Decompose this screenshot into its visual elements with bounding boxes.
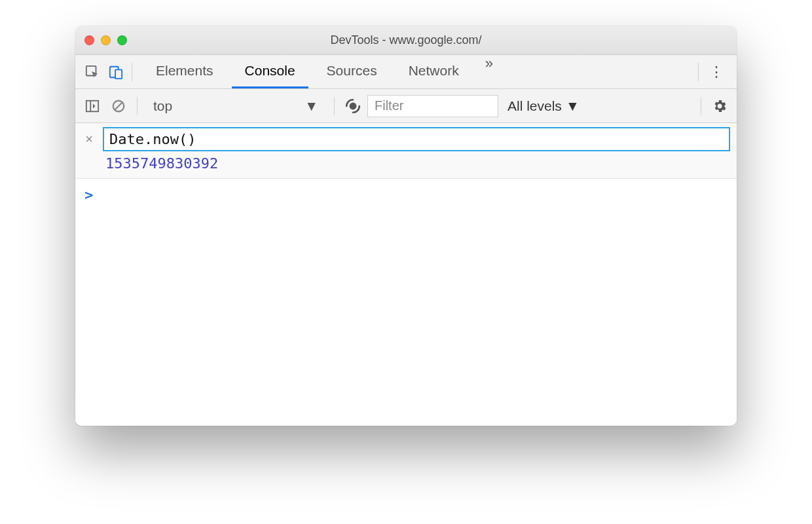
tab-network[interactable]: Network bbox=[396, 55, 472, 88]
levels-label: All levels bbox=[507, 98, 562, 114]
close-window-button[interactable] bbox=[84, 35, 94, 45]
device-toolbar-icon[interactable] bbox=[104, 60, 128, 84]
traffic-lights bbox=[84, 35, 127, 45]
remove-expression-icon[interactable]: × bbox=[82, 127, 96, 151]
chevron-down-icon: ▼ bbox=[304, 98, 318, 114]
log-levels-selector[interactable]: All levels ▼ bbox=[501, 98, 586, 114]
divider bbox=[701, 97, 701, 115]
divider bbox=[137, 97, 138, 115]
toggle-drawer-icon[interactable] bbox=[81, 94, 104, 118]
chevron-down-icon: ▼ bbox=[566, 98, 580, 114]
devtools-window: DevTools - www.google.com/ Elements Cons… bbox=[75, 26, 737, 426]
tabs: Elements Console Sources Network » bbox=[143, 55, 501, 88]
maximize-window-button[interactable] bbox=[117, 35, 127, 45]
console-toolbar: top ▼ All levels ▼ bbox=[75, 89, 737, 123]
divider bbox=[132, 63, 132, 81]
console-body: × 1535749830392 > bbox=[75, 123, 737, 426]
svg-rect-2 bbox=[115, 69, 122, 79]
filter-input[interactable] bbox=[367, 95, 498, 117]
svg-rect-3 bbox=[86, 100, 98, 111]
window-title: DevTools - www.google.com/ bbox=[75, 33, 737, 47]
svg-line-6 bbox=[115, 102, 122, 109]
live-expression-row: × bbox=[75, 123, 737, 151]
settings-gear-icon[interactable] bbox=[708, 94, 731, 118]
titlebar: DevTools - www.google.com/ bbox=[75, 26, 737, 55]
divider bbox=[698, 63, 699, 81]
tab-sources[interactable]: Sources bbox=[314, 55, 390, 88]
tab-console[interactable]: Console bbox=[232, 55, 308, 88]
divider bbox=[334, 97, 335, 115]
expression-result: 1535749830392 bbox=[75, 151, 737, 179]
console-prompt[interactable]: > bbox=[75, 179, 737, 211]
more-options-button[interactable]: ⋮ bbox=[703, 64, 731, 81]
context-selector[interactable]: top ▼ bbox=[144, 98, 327, 114]
live-expression-icon[interactable] bbox=[341, 94, 365, 118]
live-expression-input[interactable] bbox=[103, 127, 730, 151]
devtools-tabbar: Elements Console Sources Network » ⋮ bbox=[75, 55, 737, 89]
inspect-element-icon[interactable] bbox=[81, 60, 104, 84]
prompt-caret-icon: > bbox=[84, 187, 93, 203]
clear-console-icon[interactable] bbox=[107, 94, 130, 118]
tabs-overflow-button[interactable]: » bbox=[477, 55, 501, 88]
context-label: top bbox=[153, 98, 172, 114]
minimize-window-button[interactable] bbox=[101, 35, 111, 45]
tab-elements[interactable]: Elements bbox=[143, 55, 227, 88]
svg-point-7 bbox=[350, 102, 357, 109]
